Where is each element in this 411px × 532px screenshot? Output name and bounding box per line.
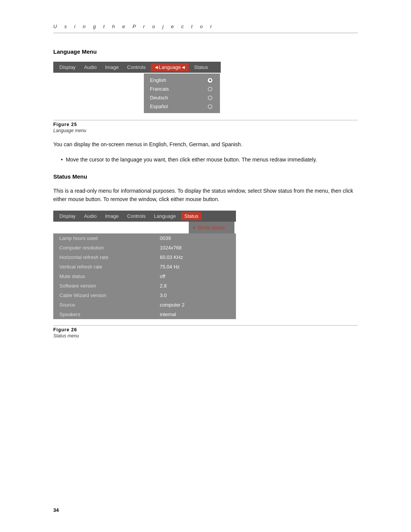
figure-25-label: Figure 25 xyxy=(53,122,77,127)
row-value-software: 2.8 xyxy=(154,281,236,291)
language-section: Language Menu Display Audio Image Contro… xyxy=(53,48,358,164)
row-label-hrefresh: Horizontal refresh rate xyxy=(53,252,154,262)
status-body-text: This is a read-only menu for information… xyxy=(53,187,358,204)
table-row: Speakers internal xyxy=(53,310,236,319)
row-label-software: Software version xyxy=(53,281,154,291)
lang-option-deutsch[interactable]: Deutsch xyxy=(144,93,220,102)
table-row: Lamp hours used 0039 xyxy=(53,233,236,243)
figure-26-label: Figure 26 xyxy=(53,327,77,332)
lang-label-francais: Francais xyxy=(150,86,169,92)
lang-option-english[interactable]: English xyxy=(144,76,220,85)
status-menu-language[interactable]: Language xyxy=(151,212,179,220)
show-status-item[interactable]: Show status xyxy=(189,223,234,232)
status-section: Status Menu This is a read-only menu for… xyxy=(53,173,358,339)
lang-radio-espanol xyxy=(208,104,212,109)
row-label-speakers: Speakers xyxy=(53,310,154,319)
status-table: Lamp hours used 0039 Computer resolution… xyxy=(53,233,236,319)
row-value-speakers: internal xyxy=(154,310,236,319)
show-status-dropdown: Show status xyxy=(189,222,234,233)
menu-item-language[interactable]: ◄Language◄ xyxy=(151,63,189,71)
figure-25-caption: Language menu xyxy=(53,128,358,133)
lang-radio-english xyxy=(208,78,212,83)
table-row: Computer resolution 1024x768 xyxy=(53,243,236,252)
row-label-resolution: Computer resolution xyxy=(53,243,154,252)
status-menu-display[interactable]: Display xyxy=(56,212,79,220)
menu-item-image[interactable]: Image xyxy=(102,63,122,71)
table-row: Software version 2.8 xyxy=(53,281,236,291)
row-value-hrefresh: 60.03 KHz xyxy=(154,252,236,262)
status-menu-status[interactable]: Status xyxy=(181,212,201,220)
language-dropdown: English Francais Deutsch Español xyxy=(144,73,220,113)
lang-radio-francais xyxy=(208,87,212,91)
row-label-cablewizard: Cable Wizard version xyxy=(53,291,154,300)
language-heading: Language Menu xyxy=(53,48,358,55)
language-body-text: You can display the on-screen menus in E… xyxy=(53,140,358,149)
page-container: U s i n g t h e P r o j e c t o r Langua… xyxy=(0,0,411,361)
row-label-source: Source xyxy=(53,300,154,310)
status-menu-bar: Display Audio Image Controls Language St… xyxy=(53,211,236,222)
bullet-dot: • xyxy=(61,155,63,164)
row-label-vrefresh: Vertical refresh rate xyxy=(53,262,154,272)
language-menu-bar: Display Audio Image Controls ◄Language◄ … xyxy=(53,62,221,73)
figure-26-title: Figure 26 xyxy=(53,327,358,332)
figure-26-caption: Status menu xyxy=(53,333,358,339)
page-header: U s i n g t h e P r o j e c t o r xyxy=(53,23,358,33)
lang-label-deutsch: Deutsch xyxy=(150,95,168,101)
show-status-label: Show status xyxy=(198,225,225,230)
language-bullet: • Move the cursor to the language you wa… xyxy=(61,155,358,164)
row-value-cablewizard: 3.0 xyxy=(154,291,236,300)
row-label-lamp: Lamp hours used xyxy=(53,233,154,243)
status-menu-audio[interactable]: Audio xyxy=(81,212,100,220)
lang-radio-deutsch xyxy=(208,96,212,100)
menu-item-controls[interactable]: Controls xyxy=(124,63,148,71)
row-value-mute: off xyxy=(154,272,236,281)
figure-25-title: Figure 25 xyxy=(53,122,358,127)
row-value-lamp: 0039 xyxy=(154,233,236,243)
table-row: Mute status off xyxy=(53,272,236,281)
status-table-container: Lamp hours used 0039 Computer resolution… xyxy=(53,233,236,319)
table-row: Vertical refresh rate 75.04 Hz xyxy=(53,262,236,272)
status-menu-image[interactable]: Image xyxy=(102,212,122,220)
row-value-vrefresh: 75.04 Hz xyxy=(154,262,236,272)
figure-26: Figure 26 Status menu xyxy=(53,325,358,339)
table-row: Horizontal refresh rate 60.03 KHz xyxy=(53,252,236,262)
menu-item-display[interactable]: Display xyxy=(56,63,79,71)
table-row: Cable Wizard version 3.0 xyxy=(53,291,236,300)
lang-option-espanol[interactable]: Español xyxy=(144,102,220,111)
lang-option-francais[interactable]: Francais xyxy=(144,85,220,93)
menu-item-status[interactable]: Status xyxy=(191,63,211,71)
row-value-source: computer 2 xyxy=(154,300,236,310)
row-value-resolution: 1024x768 xyxy=(154,243,236,252)
table-row: Source computer 2 xyxy=(53,300,236,310)
lang-label-espanol: Español xyxy=(150,104,168,109)
row-label-mute: Mute status xyxy=(53,272,154,281)
figure-25: Figure 25 Language menu xyxy=(53,120,358,133)
bullet-text: Move the cursor to the language you want… xyxy=(66,155,317,164)
status-heading: Status Menu xyxy=(53,173,358,180)
header-title: U s i n g t h e P r o j e c t o r xyxy=(53,24,215,29)
lang-label-english: English xyxy=(150,77,166,83)
page-number: 34 xyxy=(53,507,59,513)
status-menu-controls[interactable]: Controls xyxy=(124,212,148,220)
menu-item-audio[interactable]: Audio xyxy=(81,63,100,71)
